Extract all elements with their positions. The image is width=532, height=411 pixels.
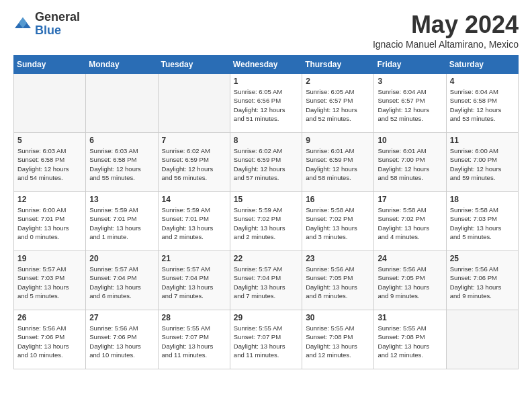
day-info: Sunrise: 5:59 AM Sunset: 7:01 PM Dayligh… — [89, 205, 154, 241]
calendar-cell — [14, 74, 86, 133]
calendar-cell: 10Sunrise: 6:01 AM Sunset: 7:00 PM Dayli… — [374, 133, 446, 192]
calendar-cell: 21Sunrise: 5:57 AM Sunset: 7:04 PM Dayli… — [158, 251, 230, 310]
calendar-cell: 6Sunrise: 6:03 AM Sunset: 6:58 PM Daylig… — [86, 133, 158, 192]
day-info: Sunrise: 5:56 AM Sunset: 7:06 PM Dayligh… — [17, 324, 82, 359]
calendar-cell: 25Sunrise: 5:56 AM Sunset: 7:06 PM Dayli… — [446, 251, 518, 310]
day-info: Sunrise: 6:01 AM Sunset: 7:00 PM Dayligh… — [378, 146, 442, 182]
day-number: 4 — [450, 77, 515, 86]
day-info: Sunrise: 5:55 AM Sunset: 7:08 PM Dayligh… — [378, 324, 442, 359]
calendar-cell: 2Sunrise: 6:05 AM Sunset: 6:57 PM Daylig… — [302, 74, 374, 133]
logo-general: General — [35, 11, 80, 24]
calendar-cell: 1Sunrise: 6:05 AM Sunset: 6:56 PM Daylig… — [230, 74, 302, 133]
calendar-cell: 28Sunrise: 5:55 AM Sunset: 7:07 PM Dayli… — [158, 310, 230, 369]
calendar-cell: 4Sunrise: 6:04 AM Sunset: 6:58 PM Daylig… — [446, 74, 518, 133]
day-info: Sunrise: 5:57 AM Sunset: 7:04 PM Dayligh… — [89, 265, 154, 300]
day-info: Sunrise: 5:56 AM Sunset: 7:06 PM Dayligh… — [89, 324, 154, 359]
location: Ignacio Manuel Altamirano, Mexico — [373, 39, 519, 50]
calendar-cell: 30Sunrise: 5:55 AM Sunset: 7:08 PM Dayli… — [302, 310, 374, 369]
calendar-cell: 17Sunrise: 5:58 AM Sunset: 7:02 PM Dayli… — [374, 192, 446, 251]
day-info: Sunrise: 5:55 AM Sunset: 7:07 PM Dayligh… — [162, 324, 226, 359]
calendar-cell: 31Sunrise: 5:55 AM Sunset: 7:08 PM Dayli… — [374, 310, 446, 369]
calendar-week-row: 12Sunrise: 6:00 AM Sunset: 7:01 PM Dayli… — [14, 192, 519, 251]
calendar-cell: 14Sunrise: 5:59 AM Sunset: 7:01 PM Dayli… — [158, 192, 230, 251]
day-info: Sunrise: 6:03 AM Sunset: 6:58 PM Dayligh… — [17, 146, 82, 182]
day-number: 6 — [89, 136, 154, 145]
calendar-week-row: 19Sunrise: 5:57 AM Sunset: 7:03 PM Dayli… — [14, 251, 519, 310]
day-info: Sunrise: 5:59 AM Sunset: 7:02 PM Dayligh… — [234, 205, 298, 241]
day-number: 27 — [89, 313, 154, 322]
day-info: Sunrise: 5:56 AM Sunset: 7:05 PM Dayligh… — [306, 265, 370, 300]
weekday-header: Thursday — [302, 56, 374, 74]
calendar-cell: 29Sunrise: 5:55 AM Sunset: 7:07 PM Dayli… — [230, 310, 302, 369]
day-number: 1 — [234, 77, 298, 86]
day-number: 13 — [89, 195, 154, 204]
day-number: 15 — [234, 195, 298, 204]
day-number: 18 — [450, 195, 515, 204]
day-info: Sunrise: 5:58 AM Sunset: 7:02 PM Dayligh… — [378, 205, 442, 241]
calendar-cell: 8Sunrise: 6:02 AM Sunset: 6:59 PM Daylig… — [230, 133, 302, 192]
day-number: 9 — [306, 136, 370, 145]
day-number: 29 — [234, 313, 298, 322]
day-info: Sunrise: 6:00 AM Sunset: 7:00 PM Dayligh… — [450, 146, 515, 182]
day-info: Sunrise: 5:55 AM Sunset: 7:07 PM Dayligh… — [234, 324, 298, 359]
day-info: Sunrise: 5:56 AM Sunset: 7:06 PM Dayligh… — [450, 265, 515, 300]
weekday-header: Wednesday — [230, 56, 302, 74]
weekday-header: Sunday — [14, 56, 86, 74]
day-number: 19 — [17, 254, 82, 263]
day-info: Sunrise: 5:56 AM Sunset: 7:05 PM Dayligh… — [378, 265, 442, 300]
day-number: 10 — [378, 136, 442, 145]
day-info: Sunrise: 6:05 AM Sunset: 6:56 PM Dayligh… — [234, 87, 298, 123]
weekday-header: Tuesday — [158, 56, 230, 74]
calendar-week-row: 26Sunrise: 5:56 AM Sunset: 7:06 PM Dayli… — [14, 310, 519, 369]
day-number: 26 — [17, 313, 82, 322]
calendar-cell: 26Sunrise: 5:56 AM Sunset: 7:06 PM Dayli… — [14, 310, 86, 369]
day-number: 28 — [162, 313, 226, 322]
day-info: Sunrise: 5:57 AM Sunset: 7:03 PM Dayligh… — [17, 265, 82, 300]
day-number: 5 — [17, 136, 82, 145]
logo-icon — [13, 15, 32, 34]
day-info: Sunrise: 6:01 AM Sunset: 6:59 PM Dayligh… — [306, 146, 370, 182]
calendar-cell: 15Sunrise: 5:59 AM Sunset: 7:02 PM Dayli… — [230, 192, 302, 251]
day-info: Sunrise: 6:02 AM Sunset: 6:59 PM Dayligh… — [234, 146, 298, 182]
day-number: 25 — [450, 254, 515, 263]
calendar-cell: 13Sunrise: 5:59 AM Sunset: 7:01 PM Dayli… — [86, 192, 158, 251]
title-block: May 2024 Ignacio Manuel Altamirano, Mexi… — [373, 11, 519, 50]
day-number: 7 — [162, 136, 226, 145]
day-number: 12 — [17, 195, 82, 204]
calendar-cell — [86, 74, 158, 133]
logo-blue: Blue — [35, 24, 80, 38]
calendar-cell: 7Sunrise: 6:02 AM Sunset: 6:59 PM Daylig… — [158, 133, 230, 192]
day-number: 3 — [378, 77, 442, 86]
day-info: Sunrise: 6:03 AM Sunset: 6:58 PM Dayligh… — [89, 146, 154, 182]
day-number: 16 — [306, 195, 370, 204]
day-number: 17 — [378, 195, 442, 204]
page-header: General Blue May 2024 Ignacio Manuel Alt… — [13, 11, 519, 50]
day-number: 30 — [306, 313, 370, 322]
calendar-cell: 20Sunrise: 5:57 AM Sunset: 7:04 PM Dayli… — [86, 251, 158, 310]
day-info: Sunrise: 6:02 AM Sunset: 6:59 PM Dayligh… — [162, 146, 226, 182]
calendar-cell: 19Sunrise: 5:57 AM Sunset: 7:03 PM Dayli… — [14, 251, 86, 310]
day-info: Sunrise: 6:00 AM Sunset: 7:01 PM Dayligh… — [17, 205, 82, 241]
day-info: Sunrise: 6:04 AM Sunset: 6:57 PM Dayligh… — [378, 87, 442, 123]
day-info: Sunrise: 5:59 AM Sunset: 7:01 PM Dayligh… — [162, 205, 226, 241]
calendar-cell: 9Sunrise: 6:01 AM Sunset: 6:59 PM Daylig… — [302, 133, 374, 192]
logo: General Blue — [13, 11, 80, 38]
calendar-cell: 18Sunrise: 5:58 AM Sunset: 7:03 PM Dayli… — [446, 192, 518, 251]
day-info: Sunrise: 5:58 AM Sunset: 7:03 PM Dayligh… — [450, 205, 515, 241]
day-number: 20 — [89, 254, 154, 263]
calendar-table: SundayMondayTuesdayWednesdayThursdayFrid… — [13, 55, 519, 369]
month-title: May 2024 — [373, 11, 519, 39]
day-info: Sunrise: 5:57 AM Sunset: 7:04 PM Dayligh… — [162, 265, 226, 300]
weekday-header-row: SundayMondayTuesdayWednesdayThursdayFrid… — [14, 56, 519, 74]
calendar-week-row: 1Sunrise: 6:05 AM Sunset: 6:56 PM Daylig… — [14, 74, 519, 133]
calendar-cell: 22Sunrise: 5:57 AM Sunset: 7:04 PM Dayli… — [230, 251, 302, 310]
day-info: Sunrise: 5:58 AM Sunset: 7:02 PM Dayligh… — [306, 205, 370, 241]
logo-text: General Blue — [35, 11, 80, 38]
weekday-header: Monday — [86, 56, 158, 74]
day-number: 11 — [450, 136, 515, 145]
calendar-cell: 12Sunrise: 6:00 AM Sunset: 7:01 PM Dayli… — [14, 192, 86, 251]
calendar-week-row: 5Sunrise: 6:03 AM Sunset: 6:58 PM Daylig… — [14, 133, 519, 192]
calendar-cell — [158, 74, 230, 133]
day-info: Sunrise: 6:05 AM Sunset: 6:57 PM Dayligh… — [306, 87, 370, 123]
day-info: Sunrise: 6:04 AM Sunset: 6:58 PM Dayligh… — [450, 87, 515, 123]
